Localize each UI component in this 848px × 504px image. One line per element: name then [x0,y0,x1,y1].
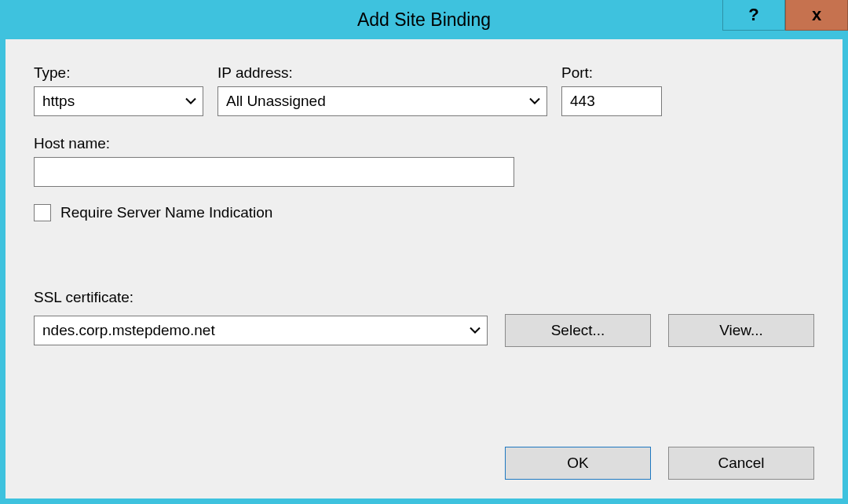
type-value: https [42,93,75,110]
close-icon: x [812,5,821,25]
chevron-down-icon [470,327,481,334]
label-port: Port: [561,64,662,82]
window-title: Add Site Binding [0,9,722,31]
title-controls: ? x [722,0,848,39]
label-type: Type: [34,64,203,82]
label-host: Host name: [34,135,814,152]
titlebar: Add Site Binding ? x [0,0,848,39]
ssl-cert-dropdown[interactable]: ndes.corp.mstepdemo.net [34,316,488,345]
field-port: Port: 443 [561,64,662,116]
port-input[interactable]: 443 [561,86,662,116]
view-button[interactable]: View... [668,314,814,347]
chevron-down-icon [529,97,540,105]
field-ip: IP address: All Unassigned [217,64,547,116]
require-sni-checkbox[interactable]: Require Server Name Indication [34,204,814,221]
select-button[interactable]: Select... [505,314,651,347]
row-type-ip-port: Type: https IP address: All Unassigned [34,64,814,116]
ok-button[interactable]: OK [505,447,651,480]
ssl-row: ndes.corp.mstepdemo.net Select... View..… [34,314,814,347]
select-button-label: Select... [551,322,605,339]
label-ssl: SSL certificate: [34,289,814,306]
checkbox-box [34,204,51,221]
help-button[interactable]: ? [722,0,785,31]
ssl-cert-value: ndes.corp.mstepdemo.net [42,322,215,339]
label-ip: IP address: [217,64,547,82]
cancel-button-label: Cancel [718,455,764,472]
close-button[interactable]: x [785,0,848,31]
field-ssl: SSL certificate: ndes.corp.mstepdemo.net… [34,289,814,347]
field-host: Host name: [34,135,814,187]
require-sni-label: Require Server Name Indication [60,204,272,221]
ok-button-label: OK [567,455,588,472]
dialog-body: Type: https IP address: All Unassigned [5,39,843,499]
view-button-label: View... [719,322,763,339]
type-dropdown[interactable]: https [34,86,203,116]
chevron-down-icon [185,97,196,105]
dialog-footer: OK Cancel [505,447,814,480]
help-icon: ? [748,5,758,25]
host-input[interactable] [34,157,514,187]
dialog-window: Add Site Binding ? x Type: https I [0,0,848,504]
port-value: 443 [570,93,595,110]
ip-dropdown[interactable]: All Unassigned [217,86,547,116]
field-type: Type: https [34,64,203,116]
cancel-button[interactable]: Cancel [668,447,814,480]
ip-value: All Unassigned [226,93,326,110]
